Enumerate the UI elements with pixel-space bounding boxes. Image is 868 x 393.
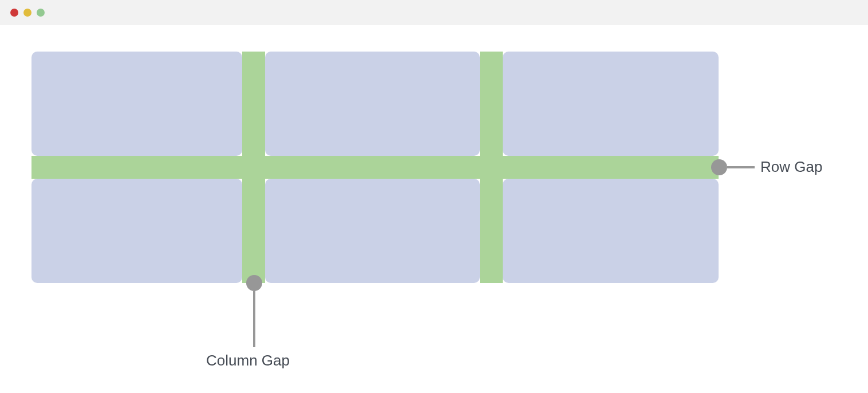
grid-cell [265, 52, 480, 156]
grid-cell [265, 179, 480, 283]
grid-cell [503, 52, 719, 156]
grid-cell [31, 179, 242, 283]
row-gap-callout-line [727, 166, 755, 168]
row-gap-highlight [31, 156, 719, 179]
column-gap-label: Column Gap [206, 352, 290, 370]
column-gap-callout-dot-icon [246, 275, 262, 291]
row-gap-label: Row Gap [760, 158, 822, 176]
minimize-window-button[interactable] [23, 9, 31, 17]
zoom-window-button[interactable] [37, 9, 45, 17]
column-gap-highlight-1 [242, 52, 265, 283]
close-window-button[interactable] [10, 9, 18, 17]
grid-cell [31, 52, 242, 156]
column-gap-highlight-2 [480, 52, 503, 283]
row-gap-callout-dot-icon [711, 159, 727, 175]
grid-cell [503, 179, 719, 283]
window-titlebar [0, 0, 868, 25]
grid-container [31, 52, 719, 283]
column-gap-callout-line [253, 291, 255, 347]
diagram-stage: Row Gap Column Gap [0, 25, 868, 393]
